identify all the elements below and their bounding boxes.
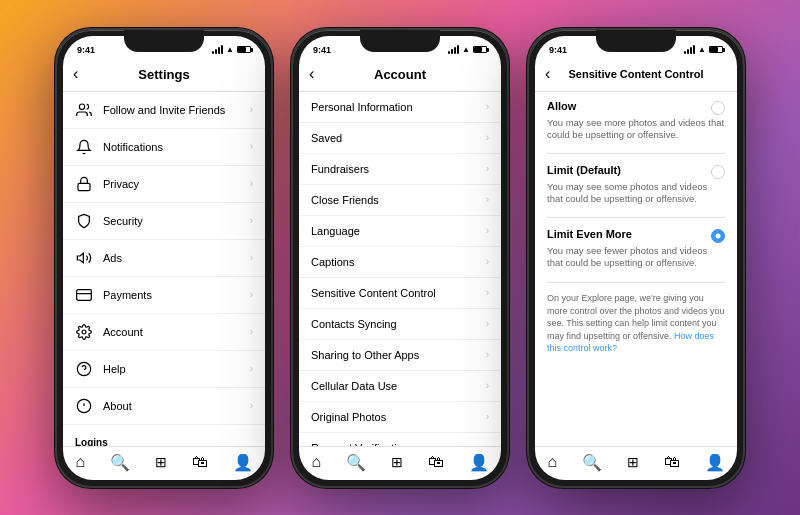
chevron-icon: ›: [486, 163, 489, 174]
person-icon: [75, 101, 93, 119]
chevron-icon: ›: [250, 104, 253, 115]
add-icon[interactable]: ⊞: [627, 454, 639, 470]
screen-account: 9:41 ▲ ‹ Account Personal Information ›: [299, 36, 501, 480]
menu-label-help: Help: [103, 363, 250, 375]
chevron-icon: ›: [486, 380, 489, 391]
option-allow-title: Allow: [547, 100, 576, 112]
back-button[interactable]: ‹: [309, 65, 314, 83]
menu-item-about[interactable]: About ›: [63, 388, 265, 425]
time: 9:41: [77, 45, 95, 55]
option-limit-header: Limit (Default): [547, 164, 725, 179]
screen-sensitive: 9:41 ▲ ‹ Sensitive Content Control: [535, 36, 737, 480]
profile-icon[interactable]: 👤: [233, 453, 253, 472]
menu-item-language[interactable]: Language ›: [299, 216, 501, 247]
radio-allow[interactable]: [711, 101, 725, 115]
menu-item-close-friends[interactable]: Close Friends ›: [299, 185, 501, 216]
menu-label-contacts: Contacts Syncing: [311, 318, 486, 330]
radio-limit-more[interactable]: [711, 229, 725, 243]
home-icon[interactable]: ⌂: [75, 453, 85, 471]
search-icon[interactable]: 🔍: [346, 453, 366, 472]
menu-label-close-friends: Close Friends: [311, 194, 486, 206]
chevron-icon: ›: [486, 194, 489, 205]
shop-icon[interactable]: 🛍: [428, 453, 444, 471]
back-button[interactable]: ‹: [73, 65, 78, 83]
menu-label-language: Language: [311, 225, 486, 237]
menu-item-sensitive[interactable]: Sensitive Content Control ›: [299, 278, 501, 309]
menu-item-account[interactable]: Account ›: [63, 314, 265, 351]
menu-label-sharing: Sharing to Other Apps: [311, 349, 486, 361]
notch: [360, 30, 440, 52]
card-icon: [75, 286, 93, 304]
menu-item-follow[interactable]: Follow and Invite Friends ›: [63, 92, 265, 129]
chevron-icon: ›: [486, 411, 489, 422]
menu-item-verification[interactable]: Request Verification ›: [299, 433, 501, 446]
menu-label-security: Security: [103, 215, 250, 227]
menu-label-cellular: Cellular Data Use: [311, 380, 486, 392]
battery-icon: [709, 46, 723, 53]
wifi-icon: ▲: [698, 45, 706, 54]
option-limit-more[interactable]: Limit Even More You may see fewer photos…: [547, 228, 725, 270]
home-icon[interactable]: ⌂: [311, 453, 321, 471]
phone-sensitive: 9:41 ▲ ‹ Sensitive Content Control: [527, 28, 745, 488]
divider: [547, 217, 725, 218]
signal-icon: [684, 46, 695, 54]
bottom-nav: ⌂ 🔍 ⊞ 🛍 👤: [535, 446, 737, 480]
sensitive-footer: On your Explore page, we're giving you m…: [547, 292, 725, 355]
add-icon[interactable]: ⊞: [391, 454, 403, 470]
time: 9:41: [549, 45, 567, 55]
shop-icon[interactable]: 🛍: [192, 453, 208, 471]
profile-icon[interactable]: 👤: [469, 453, 489, 472]
menu-item-payments[interactable]: Payments ›: [63, 277, 265, 314]
status-icons: ▲: [448, 45, 487, 54]
sensitive-title: Sensitive Content Control: [568, 68, 703, 80]
chevron-icon: ›: [250, 215, 253, 226]
option-limit-title: Limit (Default): [547, 164, 621, 176]
chevron-icon: ›: [250, 363, 253, 374]
option-limit-desc: You may see some photos and videos that …: [547, 181, 725, 206]
menu-label-account: Account: [103, 326, 250, 338]
menu-item-contacts[interactable]: Contacts Syncing ›: [299, 309, 501, 340]
menu-label-follow: Follow and Invite Friends: [103, 104, 250, 116]
shop-icon[interactable]: 🛍: [664, 453, 680, 471]
menu-item-personal[interactable]: Personal Information ›: [299, 92, 501, 123]
time: 9:41: [313, 45, 331, 55]
menu-label-privacy: Privacy: [103, 178, 250, 190]
chevron-icon: ›: [486, 101, 489, 112]
menu-item-security[interactable]: Security ›: [63, 203, 265, 240]
menu-label-fundraisers: Fundraisers: [311, 163, 486, 175]
home-icon[interactable]: ⌂: [547, 453, 557, 471]
chevron-icon: ›: [486, 225, 489, 236]
menu-item-photos[interactable]: Original Photos ›: [299, 402, 501, 433]
search-icon[interactable]: 🔍: [582, 453, 602, 472]
menu-item-sharing[interactable]: Sharing to Other Apps ›: [299, 340, 501, 371]
svg-rect-3: [77, 289, 92, 300]
menu-item-notifications[interactable]: Notifications ›: [63, 129, 265, 166]
account-header: ‹ Account: [299, 58, 501, 92]
info-icon: [75, 397, 93, 415]
search-icon[interactable]: 🔍: [110, 453, 130, 472]
menu-item-cellular[interactable]: Cellular Data Use ›: [299, 371, 501, 402]
chevron-icon: ›: [486, 349, 489, 360]
profile-icon[interactable]: 👤: [705, 453, 725, 472]
option-limit-default[interactable]: Limit (Default) You may see some photos …: [547, 164, 725, 206]
wifi-icon: ▲: [226, 45, 234, 54]
add-icon[interactable]: ⊞: [155, 454, 167, 470]
menu-label-payments: Payments: [103, 289, 250, 301]
sensitive-content: Allow You may see more photos and videos…: [535, 92, 737, 446]
menu-item-ads[interactable]: Ads ›: [63, 240, 265, 277]
menu-item-fundraisers[interactable]: Fundraisers ›: [299, 154, 501, 185]
radio-limit-default[interactable]: [711, 165, 725, 179]
menu-item-privacy[interactable]: Privacy ›: [63, 166, 265, 203]
shield-icon: [75, 212, 93, 230]
screen-settings: 9:41 ▲ ‹ Settings F: [63, 36, 265, 480]
menu-item-captions[interactable]: Captions ›: [299, 247, 501, 278]
option-allow[interactable]: Allow You may see more photos and videos…: [547, 100, 725, 142]
account-title: Account: [374, 67, 426, 82]
menu-item-help[interactable]: Help ›: [63, 351, 265, 388]
settings-title: Settings: [138, 67, 189, 82]
back-button[interactable]: ‹: [545, 65, 550, 83]
bottom-nav: ⌂ 🔍 ⊞ 🛍 👤: [299, 446, 501, 480]
how-does-this-work-link[interactable]: How does this control work?: [547, 331, 714, 354]
menu-item-saved[interactable]: Saved ›: [299, 123, 501, 154]
option-limit-more-header: Limit Even More: [547, 228, 725, 243]
